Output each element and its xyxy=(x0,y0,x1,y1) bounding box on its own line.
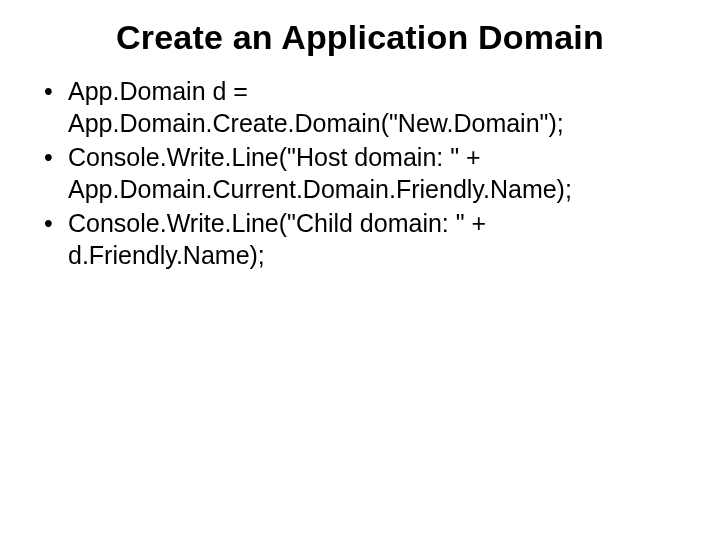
code-line: d.Friendly.Name); xyxy=(68,239,680,271)
code-line: App.Domain.Create.Domain("New.Domain"); xyxy=(68,107,680,139)
list-item: App.Domain d = App.Domain.Create.Domain(… xyxy=(40,75,680,139)
code-line: Console.Write.Line("Child domain: " + xyxy=(68,207,680,239)
list-item: Console.Write.Line("Child domain: " + d.… xyxy=(40,207,680,271)
list-item: Console.Write.Line("Host domain: " + App… xyxy=(40,141,680,205)
slide-title: Create an Application Domain xyxy=(40,18,680,57)
code-line: App.Domain d = xyxy=(68,75,680,107)
code-line: Console.Write.Line("Host domain: " + xyxy=(68,141,680,173)
bullet-list: App.Domain d = App.Domain.Create.Domain(… xyxy=(40,75,680,271)
code-line: App.Domain.Current.Domain.Friendly.Name)… xyxy=(68,173,680,205)
slide: Create an Application Domain App.Domain … xyxy=(0,0,720,540)
